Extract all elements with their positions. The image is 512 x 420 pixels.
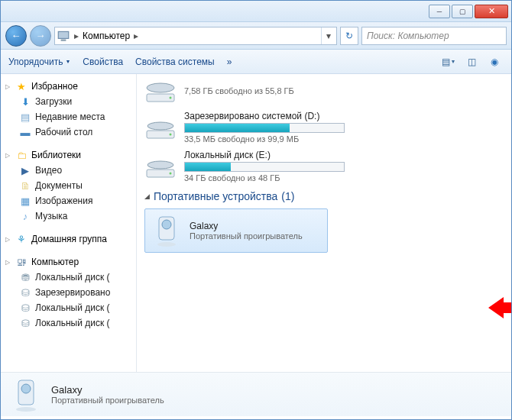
drive-item[interactable]: Зарезервировано системой (D:) 33,5 МБ св… xyxy=(144,111,504,144)
drive-icon xyxy=(144,114,177,141)
download-icon: ⬇ xyxy=(19,95,31,108)
back-button[interactable]: ← xyxy=(5,25,27,47)
svg-rect-1 xyxy=(61,39,66,40)
forward-button[interactable]: → xyxy=(30,25,51,47)
drive-icon: ⛃ xyxy=(19,271,31,283)
device-icon xyxy=(151,214,182,247)
sidebar-computer[interactable]: ▷🖳 Компьютер xyxy=(1,254,136,270)
sidebar-homegroup[interactable]: ▷⚘ Домашняя группа xyxy=(1,231,136,247)
svg-rect-0 xyxy=(58,31,69,38)
device-name: Galaxy xyxy=(190,221,303,231)
sidebar-item-drive[interactable]: ⛃Локальный диск ( xyxy=(1,270,136,285)
organize-menu[interactable]: Упорядочить▼ xyxy=(8,57,70,67)
sidebar-libraries[interactable]: ▷🗀 Библиотеки xyxy=(1,147,136,163)
status-bar: Galaxy Портативный проигрыватель xyxy=(1,372,511,416)
svg-point-10 xyxy=(170,172,172,174)
svg-point-4 xyxy=(170,97,172,99)
main-pane: 7,58 ГБ свободно из 55,8 ГБ Зарезервиров… xyxy=(137,74,511,372)
sidebar-item-drive[interactable]: ⛁Локальный диск ( xyxy=(1,315,136,331)
breadcrumb[interactable]: ▸ Компьютер ▸ ▾ xyxy=(54,27,337,45)
svg-point-9 xyxy=(147,161,173,169)
annotation-arrow xyxy=(488,296,511,322)
device-icon xyxy=(10,377,42,412)
nav-bar: ← → ▸ Компьютер ▸ ▾ ↻ Поиск: Компьютер xyxy=(1,22,511,50)
drive-free-text: 7,58 ГБ свободно из 55,8 ГБ xyxy=(184,86,504,95)
drive-icon: ⛁ xyxy=(19,286,31,299)
drive-item[interactable]: 7,58 ГБ свободно из 55,8 ГБ xyxy=(144,77,504,105)
computer-icon xyxy=(57,29,70,43)
sidebar-item-desktop[interactable]: ▬Рабочий стол xyxy=(1,124,136,140)
maximize-button[interactable]: ▢ xyxy=(452,5,473,18)
explorer-window: ─ ▢ ✕ ← → ▸ Компьютер ▸ ▾ ↻ Поиск: Компь… xyxy=(0,0,512,420)
svg-point-16 xyxy=(21,384,31,393)
properties-button[interactable]: Свойства xyxy=(83,57,123,67)
status-name: Galaxy xyxy=(51,384,164,396)
music-icon: ♪ xyxy=(19,210,31,222)
minimize-button[interactable]: ─ xyxy=(429,5,450,18)
svg-point-17 xyxy=(16,407,36,412)
toolbar: Упорядочить▼ Свойства Свойства системы »… xyxy=(1,50,511,74)
svg-point-7 xyxy=(170,133,172,135)
status-type: Портативный проигрыватель xyxy=(51,396,164,405)
svg-point-2 xyxy=(147,83,174,92)
star-icon: ★ xyxy=(15,80,28,92)
capacity-bar xyxy=(184,123,345,133)
drive-icon xyxy=(144,77,177,105)
system-properties-button[interactable]: Свойства системы xyxy=(135,57,215,67)
drive-icon: ⛁ xyxy=(19,317,31,329)
sidebar-item-drive[interactable]: ⛁Зарезервировано xyxy=(1,285,136,300)
breadcrumb-dropdown[interactable]: ▾ xyxy=(321,27,335,44)
drive-item[interactable]: Локальный диск (E:) 34 ГБ свободно из 48… xyxy=(144,150,504,183)
drive-free-text: 34 ГБ свободно из 48 ГБ xyxy=(184,173,504,183)
svg-point-13 xyxy=(157,242,176,247)
sidebar-item-documents[interactable]: 🗎Документы xyxy=(1,178,136,193)
device-type: Портативный проигрыватель xyxy=(190,231,303,241)
chevron-right-icon: ▸ xyxy=(130,31,142,41)
drive-icon: ⛁ xyxy=(19,302,31,314)
svg-marker-14 xyxy=(488,297,511,318)
sidebar-item-recent[interactable]: ▤Недавние места xyxy=(1,109,136,124)
drive-icon xyxy=(144,153,177,180)
sidebar-item-pictures[interactable]: ▦Изображения xyxy=(1,193,136,208)
sidebar-item-drive[interactable]: ⛁Локальный диск ( xyxy=(1,300,136,315)
recent-icon: ▤ xyxy=(19,111,31,123)
breadcrumb-item[interactable]: Компьютер xyxy=(83,31,130,41)
view-options-button[interactable]: ▤▼ xyxy=(439,53,458,70)
device-galaxy[interactable]: Galaxy Портативный проигрыватель xyxy=(144,208,328,253)
computer-icon: 🖳 xyxy=(15,256,28,268)
titlebar: ─ ▢ ✕ xyxy=(1,1,511,22)
capacity-bar xyxy=(184,162,345,172)
svg-point-6 xyxy=(147,122,173,130)
search-placeholder: Поиск: Компьютер xyxy=(367,31,449,41)
sidebar-item-downloads[interactable]: ⬇Загрузки xyxy=(1,94,136,109)
drive-name: Локальный диск (E:) xyxy=(184,150,504,160)
libraries-icon: 🗀 xyxy=(15,149,28,161)
sidebar: ▷★ Избранное ⬇Загрузки ▤Недавние места ▬… xyxy=(1,74,137,372)
chevron-right-icon: ▸ xyxy=(70,31,83,41)
toolbar-more[interactable]: » xyxy=(227,57,232,67)
svg-point-12 xyxy=(162,220,171,229)
sidebar-favorites[interactable]: ▷★ Избранное xyxy=(1,79,136,94)
section-portable-devices[interactable]: ◢ Портативные устройства (1) xyxy=(144,190,504,202)
help-button[interactable]: ◉ xyxy=(485,53,504,70)
preview-pane-button[interactable]: ◫ xyxy=(462,53,481,70)
collapse-icon: ◢ xyxy=(144,192,150,200)
document-icon: 🗎 xyxy=(19,179,31,192)
picture-icon: ▦ xyxy=(19,195,31,207)
close-button[interactable]: ✕ xyxy=(475,5,508,18)
drive-free-text: 33,5 МБ свободно из 99,9 МБ xyxy=(184,134,504,144)
body: ▷★ Избранное ⬇Загрузки ▤Недавние места ▬… xyxy=(1,74,511,372)
desktop-icon: ▬ xyxy=(19,126,31,138)
video-icon: ▶ xyxy=(19,164,31,176)
search-input[interactable]: Поиск: Компьютер xyxy=(361,27,507,45)
refresh-button[interactable]: ↻ xyxy=(340,27,358,45)
sidebar-item-music[interactable]: ♪Музыка xyxy=(1,208,136,224)
drive-name: Зарезервировано системой (D:) xyxy=(184,111,504,121)
homegroup-icon: ⚘ xyxy=(15,233,28,245)
sidebar-item-videos[interactable]: ▶Видео xyxy=(1,163,136,178)
